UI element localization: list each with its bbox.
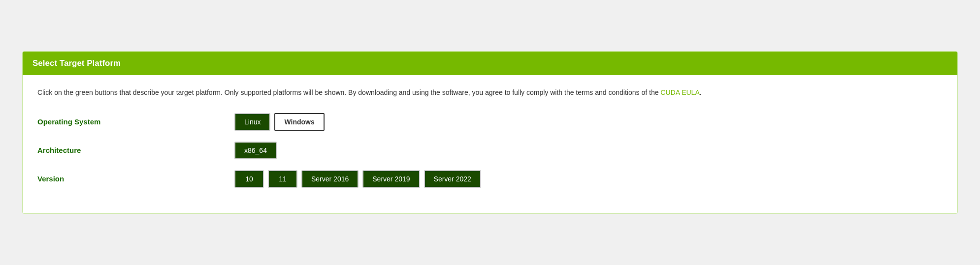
operating-system-label: Operating System — [37, 118, 234, 126]
arch-x86-button[interactable]: x86_64 — [234, 142, 277, 159]
description-text: Click on the green buttons that describe… — [37, 87, 825, 98]
description-text-part2: . — [700, 88, 702, 96]
version-11-button[interactable]: 11 — [268, 170, 297, 188]
version-server2022-button[interactable]: Server 2022 — [424, 170, 481, 188]
card-body: Click on the green buttons that describe… — [23, 75, 957, 213]
platform-selector-card: Select Target Platform Click on the gree… — [22, 51, 958, 213]
version-server2016-button[interactable]: Server 2016 — [301, 170, 359, 188]
cuda-eula-link[interactable]: CUDA EULA — [660, 88, 699, 96]
os-linux-button[interactable]: Linux — [234, 113, 270, 131]
architecture-row: Architecture x86_64 — [37, 142, 943, 159]
card-title: Select Target Platform — [33, 59, 121, 68]
version-row: Version 10 11 Server 2016 Server 2019 Se… — [37, 170, 943, 188]
version-server2019-button[interactable]: Server 2019 — [362, 170, 420, 188]
version-10-button[interactable]: 10 — [234, 170, 264, 188]
os-windows-button[interactable]: Windows — [274, 113, 324, 131]
operating-system-buttons: Linux Windows — [234, 113, 325, 131]
version-buttons: 10 11 Server 2016 Server 2019 Server 202… — [234, 170, 481, 188]
description-text-part1: Click on the green buttons that describe… — [37, 88, 660, 96]
architecture-label: Architecture — [37, 146, 234, 154]
architecture-buttons: x86_64 — [234, 142, 277, 159]
version-label: Version — [37, 175, 234, 183]
card-header: Select Target Platform — [23, 52, 957, 75]
operating-system-row: Operating System Linux Windows — [37, 113, 943, 131]
